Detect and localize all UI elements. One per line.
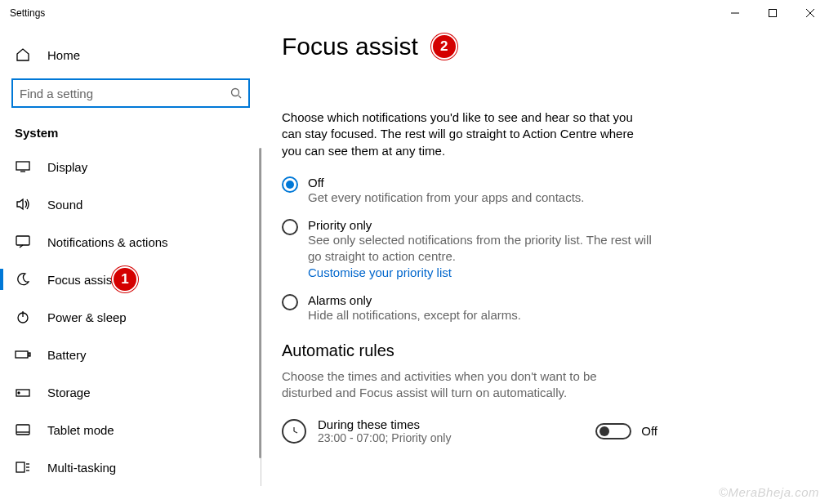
radio-label: Alarms only	[308, 293, 521, 307]
radio-icon	[282, 176, 298, 193]
svg-rect-1	[769, 10, 777, 17]
rule-toggle[interactable]	[595, 423, 631, 439]
nav-label: Sound	[47, 198, 82, 212]
rule-toggle-label: Off	[641, 424, 657, 438]
nav-list: Display Sound Notifications & actions Fo…	[0, 148, 261, 486]
nav-storage[interactable]: Storage	[0, 373, 261, 411]
sound-icon	[15, 196, 31, 212]
nav-label: Power & sleep	[47, 310, 127, 324]
radio-label: Off	[308, 176, 585, 190]
display-icon	[15, 158, 31, 175]
nav-power-sleep[interactable]: Power & sleep	[0, 298, 261, 336]
titlebar: Settings	[0, 0, 829, 26]
rule-sub: 23:00 - 07:00; Priority only	[318, 431, 595, 444]
nav-home[interactable]: Home	[0, 36, 261, 74]
nav-label: Notifications & actions	[47, 235, 168, 249]
radio-sub: Hide all notifications, except for alarm…	[308, 307, 521, 323]
svg-rect-15	[16, 425, 29, 435]
clock-icon	[282, 419, 306, 444]
page-description: Choose which notifications you'd like to…	[282, 109, 641, 159]
nav-label: Display	[47, 160, 87, 174]
radio-icon	[282, 294, 298, 310]
minimize-button[interactable]	[716, 0, 754, 26]
rule-title: During these times	[318, 417, 595, 431]
main-pane: Focus assist 2 Choose which notification…	[282, 33, 819, 504]
battery-icon	[15, 346, 31, 363]
page-title: Focus assist	[282, 33, 418, 60]
nav-label: Storage	[47, 386, 91, 399]
storage-icon	[15, 384, 31, 400]
watermark: ©MeraBheja.com	[719, 485, 819, 499]
radio-priority-only[interactable]: Priority only See only selected notifica…	[282, 218, 657, 280]
svg-rect-11	[16, 351, 28, 358]
radio-sub: See only selected notifications from the…	[308, 232, 657, 264]
search-icon	[230, 87, 242, 99]
nav-multitasking[interactable]: Multi-tasking	[0, 448, 261, 486]
tablet-icon	[15, 421, 31, 438]
nav-label: Focus assist	[47, 273, 115, 287]
svg-rect-6	[16, 162, 29, 170]
radio-off[interactable]: Off Get every notification from your app…	[282, 176, 657, 206]
home-icon	[15, 47, 31, 63]
window-title: Settings	[10, 7, 716, 19]
nav-label: Battery	[47, 348, 87, 362]
multitasking-icon	[15, 459, 31, 475]
search-box[interactable]	[11, 78, 250, 108]
search-input[interactable]	[20, 87, 230, 100]
nav-focus-assist[interactable]: Focus assist 1	[0, 261, 261, 298]
moon-icon	[15, 271, 31, 288]
automatic-rules-heading: Automatic rules	[282, 341, 819, 360]
svg-rect-17	[16, 462, 25, 472]
svg-rect-8	[16, 236, 29, 245]
radio-sub: Get every notification from your apps an…	[308, 190, 585, 206]
nav-label: Multi-tasking	[47, 461, 116, 475]
svg-line-5	[238, 96, 241, 98]
sidebar: Home System Display Sound Notifications …	[0, 26, 261, 504]
annotation-badge-2: 2	[431, 33, 457, 60]
nav-tablet-mode[interactable]: Tablet mode	[0, 411, 261, 448]
radio-icon	[282, 219, 298, 235]
power-icon	[15, 309, 31, 325]
nav-label: Tablet mode	[47, 423, 114, 437]
nav-sound[interactable]: Sound	[0, 185, 261, 223]
nav-notifications[interactable]: Notifications & actions	[0, 223, 261, 261]
notifications-icon	[15, 234, 31, 250]
nav-home-label: Home	[47, 48, 80, 62]
maximize-button[interactable]	[754, 0, 791, 26]
window-controls	[716, 0, 829, 26]
page-title-row: Focus assist 2	[282, 33, 819, 60]
nav-battery[interactable]: Battery	[0, 336, 261, 373]
section-header: System	[0, 121, 261, 148]
nav-display[interactable]: Display	[0, 148, 261, 185]
radio-alarms-only[interactable]: Alarms only Hide all notifications, exce…	[282, 293, 657, 323]
annotation-badge-1: 1	[112, 266, 138, 292]
automatic-rules-desc: Choose the times and activities when you…	[282, 368, 641, 402]
rule-during-these-times[interactable]: During these times 23:00 - 07:00; Priori…	[282, 417, 657, 444]
svg-rect-12	[29, 353, 30, 356]
svg-point-4	[232, 89, 239, 96]
svg-line-22	[294, 431, 297, 433]
close-button[interactable]	[791, 0, 829, 26]
customise-priority-link[interactable]: Customise your priority list	[308, 265, 452, 279]
svg-point-14	[18, 392, 20, 394]
radio-label: Priority only	[308, 218, 657, 232]
